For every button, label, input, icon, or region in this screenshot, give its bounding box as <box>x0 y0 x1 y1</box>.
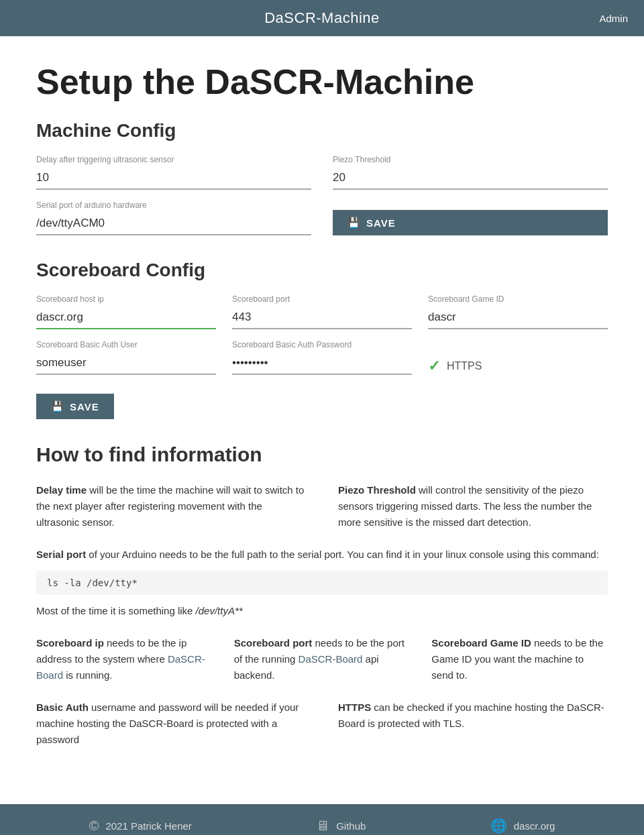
delay-info: Delay time will be the time the machine … <box>36 482 306 531</box>
scoreboard-save-label: SAVE <box>70 401 99 412</box>
auth-user-input[interactable] <box>36 352 216 375</box>
scoreboard-grid-row1: Scoreboard host ip Scoreboard port Score… <box>36 294 608 329</box>
github-text: Github <box>336 820 366 832</box>
delay-label: Delay after triggering ultrasonic sensor <box>36 155 311 164</box>
machine-config-title: Machine Config <box>36 120 608 142</box>
scoreboard-grid-row2: Scoreboard Basic Auth User Scoreboard Ba… <box>36 340 608 375</box>
scoreboard-gameid-info: Scoreboard Game ID needs to be the Game … <box>431 635 608 683</box>
piezo-group: Piezo Threshold <box>333 155 608 190</box>
scoreboard-ip-info: Scoreboard ip needs to be the ip address… <box>36 635 213 683</box>
machine-config-grid2: Serial port of arduino hardware 💾 SAVE <box>36 201 608 235</box>
header-title: DaSCR-Machine <box>264 9 380 27</box>
machine-save-label: SAVE <box>366 217 396 229</box>
footer: © 2021 Patrick Hener 🖥 Github 🌐 dascr.or… <box>0 804 644 835</box>
serial-text: of your Arduino needs to be the full pat… <box>86 549 599 560</box>
scoreboard-ip-bold: Scoreboard ip <box>36 637 104 649</box>
auth-user-group: Scoreboard Basic Auth User <box>36 340 216 375</box>
https-text: can be checked if you machine hosting th… <box>338 702 604 729</box>
https-info: HTTPS can be checked if you machine host… <box>338 700 608 748</box>
https-label: HTTPS <box>447 360 482 372</box>
serial-hint-text: Most of the time it is something like /d… <box>36 603 608 619</box>
serial-hint: Most of the time it is something like <box>36 605 196 616</box>
auth-user-label: Scoreboard Basic Auth User <box>36 340 216 349</box>
copyright-text: 2021 Patrick Hener <box>105 820 191 832</box>
copyright-icon: © <box>89 818 99 834</box>
github-icon: 🖥 <box>316 818 329 834</box>
admin-link[interactable]: Admin <box>599 13 628 24</box>
https-checkmark-icon: ✓ <box>428 357 440 375</box>
machine-save-button[interactable]: 💾 SAVE <box>333 210 608 235</box>
page-title: Setup the DaSCR-Machine <box>36 63 608 101</box>
delay-bold: Delay time <box>36 484 87 496</box>
footer-website[interactable]: 🌐 dascr.org <box>490 818 555 834</box>
serial-bold: Serial port <box>36 549 86 560</box>
serial-hint-italic: /dev/ttyA** <box>196 605 243 616</box>
piezo-label: Piezo Threshold <box>333 155 608 164</box>
scoreboard-info-row: Scoreboard ip needs to be the ip address… <box>36 635 608 683</box>
game-id-label: Scoreboard Game ID <box>428 294 608 304</box>
scoreboard-port-info: Scoreboard port needs to be the port of … <box>234 635 411 683</box>
host-ip-label: Scoreboard host ip <box>36 294 216 304</box>
scoreboard-gameid-bold: Scoreboard Game ID <box>431 637 531 649</box>
scoreboard-save-button[interactable]: 💾 SAVE <box>36 394 114 419</box>
scoreboard-config-section: Scoreboard Config Scoreboard host ip Sco… <box>36 260 608 419</box>
serial-command: ls -la /dev/tty* <box>36 571 608 595</box>
https-checkbox-row: ✓ HTTPS <box>428 357 608 375</box>
piezo-info: Piezo Threshold will control the sensiti… <box>338 482 608 531</box>
scoreboard-port-bold: Scoreboard port <box>234 637 313 649</box>
machine-config-grid: Delay after triggering ultrasonic sensor… <box>36 155 608 190</box>
port-group: Scoreboard port <box>232 294 412 329</box>
serial-input[interactable] <box>36 213 311 235</box>
serial-group: Serial port of arduino hardware <box>36 201 311 235</box>
save-disk-icon: 💾 <box>347 217 361 229</box>
serial-info: Serial port of your Arduino needs to be … <box>36 547 608 563</box>
info-section: How to find information Delay time will … <box>36 443 608 748</box>
delay-input[interactable] <box>36 167 311 190</box>
auth-pass-input[interactable] <box>232 352 412 375</box>
game-id-input[interactable] <box>428 307 608 329</box>
https-group: ✓ HTTPS <box>428 340 608 375</box>
globe-icon: 🌐 <box>490 818 507 834</box>
scoreboard-info-row2: Basic Auth username and password will be… <box>36 700 608 748</box>
info-section-title: How to find information <box>36 443 608 466</box>
delay-group: Delay after triggering ultrasonic sensor <box>36 155 311 190</box>
dascr-board-link-port[interactable]: DaSCR-Board <box>299 653 363 665</box>
host-ip-group: Scoreboard host ip <box>36 294 216 329</box>
basic-auth-bold: Basic Auth <box>36 702 89 713</box>
footer-github[interactable]: 🖥 Github <box>316 818 366 834</box>
header: DaSCR-Machine Admin <box>0 0 644 36</box>
piezo-bold: Piezo Threshold <box>338 484 416 496</box>
port-input[interactable] <box>232 307 412 329</box>
https-bold: HTTPS <box>338 702 371 713</box>
footer-copyright: © 2021 Patrick Hener <box>89 818 192 834</box>
scoreboard-ip-text2: is running. <box>63 669 112 681</box>
auth-pass-label: Scoreboard Basic Auth Password <box>232 340 412 349</box>
main-content: Setup the DaSCR-Machine Machine Config D… <box>20 36 624 804</box>
basic-auth-info: Basic Auth username and password will be… <box>36 700 306 748</box>
serial-label: Serial port of arduino hardware <box>36 201 311 210</box>
info-grid-top: Delay time will be the time the machine … <box>36 482 608 531</box>
scoreboard-info-grid: Scoreboard ip needs to be the ip address… <box>36 635 608 748</box>
host-ip-input[interactable] <box>36 307 216 329</box>
machine-save-group: 💾 SAVE <box>333 201 608 235</box>
scoreboard-config-title: Scoreboard Config <box>36 260 608 281</box>
port-label: Scoreboard port <box>232 294 412 304</box>
piezo-input[interactable] <box>333 167 608 190</box>
auth-pass-group: Scoreboard Basic Auth Password <box>232 340 412 375</box>
game-id-group: Scoreboard Game ID <box>428 294 608 329</box>
website-text: dascr.org <box>514 820 555 832</box>
machine-config-section: Machine Config Delay after triggering ul… <box>36 120 608 235</box>
save-disk-icon2: 💾 <box>51 400 64 412</box>
